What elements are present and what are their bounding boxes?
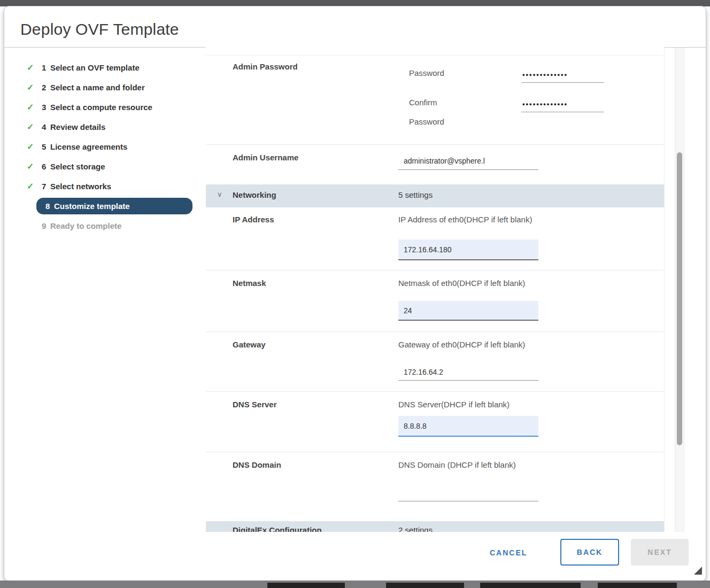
- background-page-remnant: [598, 583, 677, 588]
- row-divider: [206, 391, 665, 392]
- step-number: 5: [42, 142, 46, 151]
- ip-address-input[interactable]: [398, 239, 538, 260]
- digitalex-settings-count: 2 settings: [398, 525, 433, 532]
- confirm-password-sublabel-line2: Password: [409, 117, 444, 126]
- cancel-button[interactable]: CANCEL: [484, 545, 532, 560]
- step-number: 1: [42, 63, 46, 72]
- gateway-input[interactable]: [398, 363, 538, 381]
- step-label: Select an OVF template: [50, 63, 140, 72]
- step-3-select-a-compute-resource[interactable]: ✓ 3 Select a compute resource: [4, 97, 206, 117]
- deploy-ovf-template-dialog: Deploy OVF Template ✓ 1 Select an OVF te…: [4, 6, 706, 581]
- dns-server-input[interactable]: [398, 416, 538, 437]
- row-divider: [206, 331, 665, 332]
- ip-address-label: IP Address: [233, 215, 274, 224]
- step-number: 6: [42, 162, 46, 171]
- gateway-description: Gateway of eth0(DHCP if left blank): [398, 340, 525, 349]
- password-sublabel: Password: [409, 68, 444, 78]
- step-label: Ready to complete: [50, 221, 121, 230]
- networking-section-header[interactable]: ∨ Networking 5 settings: [206, 184, 665, 207]
- confirm-password-sublabel-line1: Confirm: [409, 98, 437, 107]
- dialog-resize-handle[interactable]: [694, 567, 702, 575]
- wizard-step-list: ✓ 1 Select an OVF template ✓ 2 Select a …: [4, 58, 206, 236]
- next-button-disabled[interactable]: NEXT: [631, 539, 689, 566]
- networking-settings-count: 5 settings: [398, 190, 433, 199]
- step-label: Select storage: [50, 162, 105, 171]
- step-4-review-details[interactable]: ✓ 4 Review details: [4, 117, 206, 137]
- check-icon: ✓: [27, 102, 37, 112]
- dialog-title: Deploy OVF Template: [20, 20, 179, 38]
- digitalex-section-label: DigitalEx Configuration: [233, 525, 322, 532]
- chevron-down-icon[interactable]: ∨: [217, 190, 222, 198]
- netmask-input[interactable]: [398, 301, 538, 321]
- admin-password-label: Admin Password: [233, 62, 298, 71]
- admin-username-input[interactable]: [398, 152, 538, 170]
- scrollbar-thumb[interactable]: [677, 152, 682, 445]
- page-backdrop-top: [0, 0, 710, 6]
- step-number: 7: [42, 182, 46, 191]
- step-label: Select networks: [50, 182, 111, 191]
- step-number: 9: [42, 221, 46, 230]
- row-divider: [206, 144, 665, 145]
- networking-section-label: Networking: [233, 190, 276, 199]
- netmask-label: Netmask: [233, 278, 266, 288]
- row-divider: [206, 452, 665, 452]
- dns-domain-label: DNS Domain: [233, 460, 281, 469]
- step-number: 8: [45, 202, 50, 211]
- background-page-remnant: [267, 583, 345, 588]
- step-label: Review details: [50, 122, 105, 131]
- dns-domain-input[interactable]: [398, 484, 538, 501]
- check-icon: ✓: [27, 161, 37, 172]
- confirm-password-input[interactable]: [521, 96, 604, 112]
- row-divider: [206, 270, 665, 270]
- step-7-select-networks[interactable]: ✓ 7 Select networks: [4, 176, 206, 196]
- step-label: License agreements: [50, 142, 127, 151]
- admin-username-label: Admin Username: [233, 153, 298, 162]
- step-number: 2: [42, 83, 46, 92]
- step-2-select-a-name-and-folder[interactable]: ✓ 2 Select a name and folder: [4, 78, 206, 97]
- dns-server-description: DNS Server(DHCP if left blank): [398, 400, 510, 409]
- check-icon: ✓: [27, 142, 37, 152]
- step-number: 4: [42, 122, 46, 131]
- admin-password-input[interactable]: [521, 66, 604, 83]
- step-label: Select a compute resource: [50, 103, 152, 112]
- check-icon: ✓: [27, 63, 37, 73]
- page-backdrop-bottom: [0, 581, 710, 588]
- dns-domain-description: DNS Domain (DHCP if left blank): [398, 460, 516, 469]
- step-8-customize-template-active[interactable]: 8 Customize template: [4, 196, 206, 216]
- dns-server-label: DNS Server: [233, 400, 277, 409]
- step-9-ready-to-complete: 9 Ready to complete: [4, 216, 206, 236]
- check-icon: ✓: [27, 82, 37, 92]
- row-divider: [206, 55, 665, 56]
- check-icon: ✓: [27, 181, 37, 191]
- step-label: Select a name and folder: [50, 83, 145, 92]
- back-button[interactable]: BACK: [560, 539, 619, 566]
- background-page-remnant: [480, 583, 581, 588]
- step-1-select-an-ovf-template[interactable]: ✓ 1 Select an OVF template: [4, 58, 206, 78]
- ip-address-description: IP Address of eth0(DHCP if left blank): [398, 215, 532, 224]
- step-number: 3: [42, 103, 46, 112]
- check-icon: ✓: [27, 122, 37, 132]
- netmask-description: Netmask of eth0(DHCP if left blank): [398, 278, 525, 288]
- digitalex-configuration-section-header[interactable]: DigitalEx Configuration 2 settings: [206, 521, 665, 532]
- step-6-select-storage[interactable]: ✓ 6 Select storage: [4, 157, 206, 176]
- customize-template-form: Admin Password Password Confirm Password…: [206, 47, 665, 532]
- step-5-license-agreements[interactable]: ✓ 5 License agreements: [4, 137, 206, 157]
- step-label: Customize template: [54, 202, 130, 211]
- gateway-label: Gateway: [233, 340, 266, 349]
- background-page-remnant: [386, 583, 464, 588]
